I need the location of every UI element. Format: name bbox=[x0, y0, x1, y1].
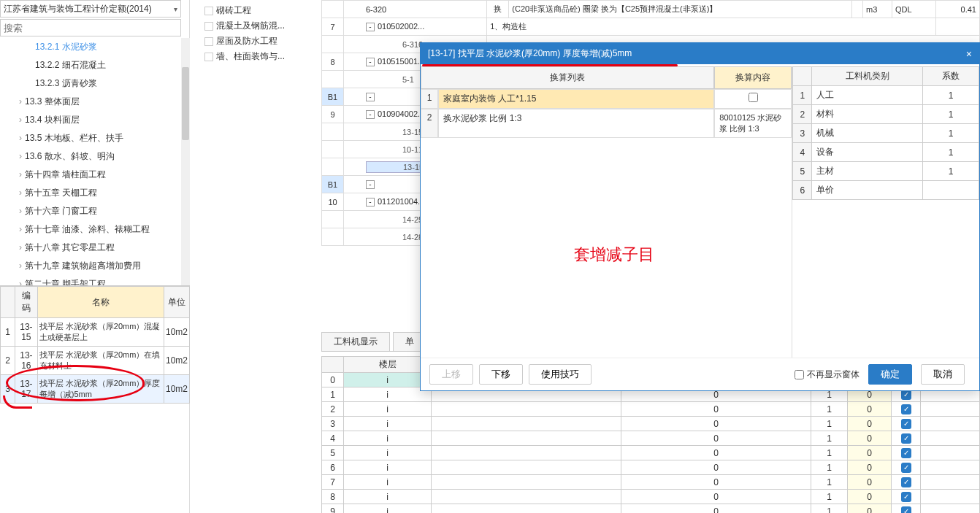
project-tree-node[interactable]: 砌砖工程 bbox=[193, 3, 318, 18]
category-row[interactable]: 5主材1 bbox=[793, 162, 979, 181]
file-icon bbox=[204, 22, 213, 31]
floor-row[interactable]: 3i010✓ bbox=[322, 417, 980, 431]
check-icon[interactable]: ✓ bbox=[901, 477, 911, 487]
tree-item[interactable]: 第十五章 天棚工程 bbox=[0, 184, 190, 202]
dialog-title: [13-17] 找平层 水泥砂浆(厚20mm) 厚度每增(减)5mm bbox=[428, 47, 632, 60]
tree-item[interactable]: 13.6 散水、斜坡、明沟 bbox=[0, 147, 190, 166]
floor-row[interactable]: 8i010✓ bbox=[322, 490, 980, 504]
floor-row[interactable]: 5i010✓ bbox=[322, 446, 980, 460]
floor-row[interactable]: 4i010✓ bbox=[322, 431, 980, 446]
conversion-list: 换算列表 换算内容 1 家庭室内装饰 人工*1.15 2 换水泥砂浆 比例 1:… bbox=[421, 66, 792, 358]
tree-scrollbar[interactable] bbox=[181, 38, 190, 286]
file-icon bbox=[204, 37, 213, 46]
hdr-conversion-content: 换算内容 bbox=[714, 66, 792, 89]
expand-icon[interactable]: - bbox=[366, 23, 375, 31]
chapter-tree: 13.2.1 水泥砂浆13.2.2 细石混凝土13.2.3 沥青砂浆13.3 整… bbox=[0, 38, 190, 286]
tree-item[interactable]: 13.2.3 沥青砂浆 bbox=[0, 74, 190, 93]
tree-item[interactable]: 13.4 块料面层 bbox=[0, 111, 190, 129]
tree-item[interactable]: 第十六章 门窗工程 bbox=[0, 202, 190, 220]
move-down-button[interactable]: 下移 bbox=[479, 364, 523, 385]
check-icon[interactable]: ✓ bbox=[901, 506, 911, 513]
tree-item[interactable]: 第十四章 墙柱面工程 bbox=[0, 166, 190, 184]
tree-item[interactable]: 第十八章 其它零星工程 bbox=[0, 239, 190, 257]
col-coefficient: 系数 bbox=[923, 67, 979, 86]
check-icon[interactable]: ✓ bbox=[901, 448, 911, 458]
conversion-checkbox[interactable] bbox=[714, 89, 792, 109]
tree-item[interactable]: 13.2.1 水泥砂浆 bbox=[0, 38, 190, 56]
category-row[interactable]: 6单价 bbox=[793, 181, 979, 200]
table-row[interactable]: 113-15找平层 水泥砂浆（厚20mm）混凝土或硬基层上10m2 bbox=[1, 318, 190, 347]
cancel-button[interactable]: 取消 bbox=[921, 364, 965, 385]
chevron-down-icon: ▾ bbox=[174, 5, 177, 13]
category-row[interactable]: 2材料1 bbox=[793, 105, 979, 124]
expand-icon[interactable]: - bbox=[366, 180, 375, 189]
project-tree-panel: 砌砖工程混凝土及钢筋混...屋面及防水工程墙、柱面装饰与... bbox=[190, 0, 321, 67]
tree-item[interactable]: 第十七章 油漆、涂料、裱糊工程 bbox=[0, 220, 190, 239]
left-panel: 江苏省建筑与装饰工程计价定额(2014) ▾ 13.2.1 水泥砂浆13.2.2… bbox=[0, 0, 190, 513]
bill-row[interactable]: 7-010502002...1、构造柱 bbox=[322, 18, 980, 36]
project-tree-node[interactable]: 屋面及防水工程 bbox=[193, 34, 318, 49]
category-row[interactable]: 3机械1 bbox=[793, 124, 979, 143]
dialog-titlebar[interactable]: [13-17] 找平层 水泥砂浆(厚20mm) 厚度每增(减)5mm × bbox=[421, 43, 979, 64]
project-tree-node[interactable]: 混凝土及钢筋混... bbox=[193, 18, 318, 34]
quota-dropdown-label: 江苏省建筑与装饰工程计价定额(2014) bbox=[4, 3, 152, 15]
hdr-conversion-list: 换算列表 bbox=[421, 66, 714, 89]
expand-icon[interactable]: - bbox=[366, 93, 375, 101]
tips-button[interactable]: 使用技巧 bbox=[529, 364, 592, 385]
table-row[interactable]: 213-16找平层 水泥砂浆（厚20mm）在填充材料上10m2 bbox=[1, 347, 190, 375]
expand-icon[interactable]: - bbox=[366, 198, 375, 207]
col-name[interactable]: 名称 bbox=[37, 287, 164, 318]
col-floor[interactable]: 楼层 bbox=[344, 357, 432, 373]
file-icon bbox=[204, 7, 213, 15]
category-panel: 工料机类别 系数 1人工12材料13机械14设备15主材16单价 bbox=[792, 66, 979, 358]
floor-row[interactable]: 6i010✓ bbox=[322, 460, 980, 475]
floor-row[interactable]: 9i010✓ bbox=[322, 504, 980, 514]
expand-icon[interactable]: - bbox=[366, 110, 375, 119]
check-icon[interactable]: ✓ bbox=[901, 419, 911, 429]
quota-dropdown[interactable]: 江苏省建筑与装饰工程计价定额(2014) ▾ bbox=[0, 0, 181, 18]
ok-button[interactable]: 确定 bbox=[868, 364, 912, 385]
tree-item[interactable]: 13.5 木地板、栏杆、扶手 bbox=[0, 129, 190, 147]
tree-item[interactable]: 13.3 整体面层 bbox=[0, 93, 190, 111]
annotation-text: 套增减子目 bbox=[574, 244, 654, 266]
search-input[interactable] bbox=[0, 19, 181, 36]
floor-row[interactable]: 2i010✓ bbox=[322, 402, 980, 417]
tree-item[interactable]: 第十九章 建筑物超高增加费用 bbox=[0, 257, 190, 275]
category-row[interactable]: 4设备1 bbox=[793, 143, 979, 162]
move-up-button[interactable]: 上移 bbox=[429, 364, 473, 385]
dialog-footer: 上移 下移 使用技巧 不再显示窗体 确定 取消 bbox=[421, 358, 979, 390]
conversion-row[interactable]: 2 换水泥砂浆 比例 1:3 80010125 水泥砂浆 比例 1:3 bbox=[421, 109, 792, 138]
project-tree-node[interactable]: 墙、柱面装饰与... bbox=[193, 49, 318, 64]
check-icon[interactable]: ✓ bbox=[901, 492, 911, 502]
category-row[interactable]: 1人工1 bbox=[793, 86, 979, 105]
noshow-checkbox[interactable]: 不再显示窗体 bbox=[795, 369, 860, 381]
tree-item[interactable]: 第二十章 脚手架工程 bbox=[0, 275, 190, 286]
bill-row[interactable]: 6-320换(C20非泵送商品砼) 圈梁 换为【C25预拌混凝土(非泵送)】m3… bbox=[322, 1, 980, 18]
file-icon bbox=[204, 53, 213, 61]
check-icon[interactable]: ✓ bbox=[901, 404, 911, 414]
table-row[interactable]: 313-17找平层 水泥砂浆（厚20mm）厚度每增（减)5mm10m2 bbox=[1, 375, 190, 404]
quota-item-table: 编码 名称 单位 113-15找平层 水泥砂浆（厚20mm）混凝土或硬基层上10… bbox=[0, 286, 190, 404]
col-unit[interactable]: 单位 bbox=[164, 287, 189, 318]
check-icon[interactable]: ✓ bbox=[901, 463, 911, 473]
close-icon[interactable]: × bbox=[966, 48, 972, 60]
check-icon[interactable]: ✓ bbox=[901, 433, 911, 444]
floor-row[interactable]: 7i010✓ bbox=[322, 475, 980, 490]
tree-item[interactable]: 13.2.2 细石混凝土 bbox=[0, 56, 190, 74]
col-code[interactable]: 编码 bbox=[15, 287, 38, 318]
col-category: 工料机类别 bbox=[812, 67, 923, 86]
expand-icon[interactable]: - bbox=[366, 58, 375, 66]
category-table: 工料机类别 系数 1人工12材料13机械14设备15主材16单价 bbox=[792, 66, 979, 200]
tab-materials[interactable]: 工料机显示 bbox=[321, 332, 390, 351]
conversion-dialog: [13-17] 找平层 水泥砂浆(厚20mm) 厚度每增(减)5mm × 换算列… bbox=[420, 42, 980, 391]
conversion-row[interactable]: 1 家庭室内装饰 人工*1.15 bbox=[421, 89, 792, 109]
